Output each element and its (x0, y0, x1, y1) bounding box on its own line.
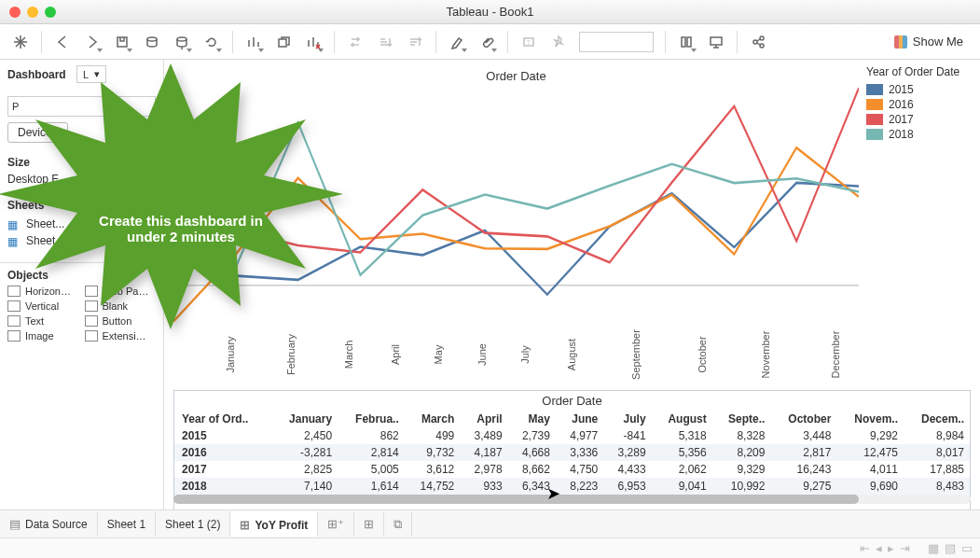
data-source-icon: ▤ (9, 517, 21, 531)
share-icon[interactable] (745, 29, 771, 55)
table-col-header: July (603, 411, 651, 427)
refresh-icon[interactable] (199, 29, 225, 55)
cursor-icon: ➤ (546, 483, 560, 504)
x-tick-label: August (530, 339, 574, 370)
x-tick-label: December (794, 331, 838, 379)
clear-icon[interactable] (300, 29, 326, 55)
x-tick-label: May (396, 345, 441, 365)
table-col-header: January (271, 411, 338, 427)
legend-swatch (866, 84, 883, 95)
legend-item[interactable]: 2015 (866, 82, 976, 97)
svg-point-9 (753, 40, 757, 44)
view-grid-icon[interactable]: ▦ (928, 541, 939, 555)
table-row[interactable]: 20187,1401,61414,7529336,3438,2236,9539,… (174, 478, 970, 495)
svg-rect-0 (117, 37, 127, 47)
svg-rect-7 (687, 37, 691, 47)
new-dashboard-tab-icon: ⊞ (364, 517, 374, 531)
nav-first-icon[interactable]: ⇤ (860, 541, 870, 555)
svg-point-11 (760, 44, 764, 48)
svg-text:T: T (527, 38, 531, 47)
table-row[interactable]: 20172,8255,0053,6122,9788,6624,7504,4332… (174, 461, 970, 478)
legend-swatch (866, 114, 883, 125)
legend-title: Year of Order Date (866, 65, 976, 78)
sheet-tab[interactable]: ⊞YoY Profit (230, 511, 318, 537)
duplicate-icon[interactable] (270, 29, 297, 55)
attach-icon[interactable] (474, 29, 500, 55)
table-col-header: June (556, 411, 603, 427)
x-tick-label: June (439, 343, 484, 366)
legend-swatch (866, 129, 883, 140)
new-story-tab[interactable]: ⧉ (384, 512, 412, 537)
legend-swatch (866, 99, 883, 110)
svg-rect-8 (711, 37, 722, 45)
svg-point-2 (177, 37, 186, 41)
new-story-tab-icon: ⧉ (393, 517, 402, 532)
view-list-icon[interactable]: ▧ (945, 541, 956, 555)
svg-marker-13 (0, 63, 343, 329)
sheet-tabs: ▤Data Source Sheet 1Sheet 1 (2)⊞YoY Prof… (0, 509, 980, 537)
x-tick-label: January (188, 336, 233, 372)
nav-last-icon[interactable]: ⇥ (900, 541, 910, 555)
legend-item[interactable]: 2016 (866, 97, 976, 112)
table-col-header: April (460, 411, 507, 427)
show-me-button[interactable]: Show Me (885, 31, 973, 52)
toolbar-input[interactable] (579, 32, 654, 52)
x-tick-label: February (249, 334, 294, 375)
label-icon[interactable]: T (516, 29, 542, 55)
table-col-header: Decem.. (904, 411, 970, 427)
fit-icon[interactable] (673, 29, 699, 55)
titlebar: Tableau - Book1 (0, 0, 980, 24)
table-col-header: May (508, 411, 556, 427)
x-tick-label: November (725, 331, 769, 379)
forward-icon[interactable] (79, 29, 105, 55)
table-row[interactable]: 20152,4508624993,4892,7394,977-8415,3188… (174, 427, 970, 444)
table-col-header: Februa.. (338, 411, 405, 427)
table-rowheader: Year of Ord.. (174, 411, 271, 427)
horizontal-scrollbar[interactable] (173, 495, 971, 504)
table-col-header: October (770, 411, 836, 427)
highlight-icon[interactable] (444, 29, 470, 55)
dashboard-icon: ⊞ (240, 518, 250, 532)
show-me-icon (894, 35, 907, 49)
save-icon[interactable] (109, 29, 135, 55)
x-tick-label: March (307, 341, 352, 370)
sheet-tab[interactable]: Sheet 1 (98, 511, 156, 537)
x-tick-label: April (353, 344, 398, 365)
x-tick-label: September (594, 329, 639, 380)
table-title: Order Date (174, 391, 970, 411)
table-row[interactable]: 2016-3,2812,8149,7324,1874,6683,3363,289… (174, 444, 970, 461)
new-dashboard-tab[interactable]: ⊞ (354, 512, 384, 536)
new-worksheet-tab-icon: ⊞⁺ (327, 517, 344, 531)
presentation-icon[interactable] (703, 29, 729, 55)
x-tick-label: July (482, 345, 527, 364)
sheet-tab[interactable]: Sheet 1 (2) (156, 511, 230, 537)
swap-icon[interactable] (342, 29, 368, 55)
table-col-header: Novem.. (836, 411, 904, 427)
data-source-tab[interactable]: ▤Data Source (0, 512, 98, 536)
x-tick-label: October (659, 336, 704, 372)
tableau-logo-icon[interactable] (7, 29, 34, 55)
window-title: Tableau - Book1 (0, 5, 980, 19)
nav-prev-icon[interactable]: ◂ (876, 541, 882, 555)
table-col-header: March (405, 411, 460, 427)
show-me-label: Show Me (913, 35, 963, 49)
pin-icon[interactable] (545, 29, 572, 55)
svg-rect-3 (279, 39, 286, 47)
callout-text: Create this dashboard in under 2 minutes (78, 213, 283, 244)
view-film-icon[interactable]: ▭ (961, 541, 973, 555)
sort-asc-icon[interactable] (372, 29, 398, 55)
legend-item[interactable]: 2017 (866, 112, 976, 127)
back-icon[interactable] (49, 29, 76, 55)
svg-point-10 (760, 36, 764, 40)
legend[interactable]: Year of Order Date 2015201620172018 (866, 65, 976, 142)
nav-next-icon[interactable]: ▸ (888, 541, 894, 555)
new-worksheet-tab[interactable]: ⊞⁺ (318, 512, 354, 536)
new-worksheet-icon[interactable] (241, 29, 267, 55)
autoupdate-icon[interactable] (169, 29, 195, 55)
svg-rect-6 (682, 37, 685, 47)
crosstab[interactable]: Order Date Year of Ord..JanuaryFebrua..M… (173, 390, 971, 509)
table-col-header: August (652, 411, 712, 427)
new-data-icon[interactable] (139, 29, 165, 55)
legend-item[interactable]: 2018 (866, 127, 976, 142)
sort-desc-icon[interactable] (402, 29, 428, 55)
